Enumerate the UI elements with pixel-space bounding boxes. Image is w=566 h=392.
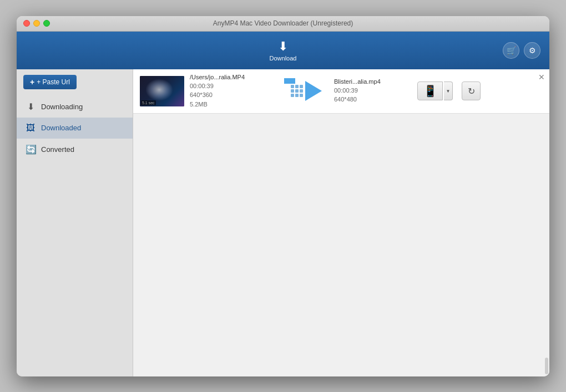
refresh-icon: ↻	[468, 86, 475, 96]
delete-button[interactable]: ✕	[538, 73, 545, 82]
sidebar: + + Paste Url ⬇ Downloading 🖼 Downloaded…	[17, 69, 133, 376]
plus-icon: +	[30, 78, 34, 86]
minimize-button[interactable]	[33, 20, 40, 27]
tablet-icon: 📱	[423, 84, 437, 98]
arrow-head	[305, 81, 322, 101]
settings-icon: ⚙	[529, 46, 536, 55]
device-button[interactable]: 📱	[417, 82, 443, 100]
convert-button[interactable]: ↻	[462, 82, 481, 100]
converted-icon: 🔄	[26, 144, 36, 155]
downloaded-icon: 🖼	[26, 123, 36, 133]
close-button[interactable]	[23, 20, 30, 27]
sidebar-item-downloading[interactable]: ⬇ Downloading	[17, 96, 133, 118]
traffic-lights	[23, 20, 50, 27]
app-window: AnyMP4 Mac Video Downloader (Unregistere…	[17, 16, 549, 376]
output-resolution: 640*480	[334, 96, 357, 103]
source-file-name: /Users/jo...ralia.MP4	[190, 74, 279, 80]
shop-icon: 🛒	[507, 46, 516, 55]
source-file-meta: 00:00:39 640*360 5.2MB	[190, 82, 279, 109]
source-file-info: /Users/jo...ralia.MP4 00:00:39 640*360 5…	[190, 74, 279, 109]
window-title: AnyMP4 Mac Video Downloader (Unregistere…	[213, 19, 353, 27]
sidebar-item-downloaded[interactable]: 🖼 Downloaded	[17, 118, 133, 139]
output-file-meta: 00:00:39 640*480	[334, 86, 412, 104]
sidebar-item-converted[interactable]: 🔄 Converted	[17, 139, 133, 160]
grid-icon	[291, 85, 303, 97]
output-duration: 00:00:39	[334, 87, 358, 94]
paste-url-label: + Paste Url	[37, 78, 70, 86]
table-row: 5.1 sec /Users/jo...ralia.MP4 00:00:39 6…	[133, 69, 549, 114]
source-size: 5.2MB	[190, 101, 208, 108]
arrow-wrapper	[305, 81, 322, 101]
arrow-shaft	[284, 78, 295, 84]
maximize-button[interactable]	[43, 20, 50, 27]
download-icon: ⬇	[278, 39, 288, 54]
settings-button[interactable]: ⚙	[524, 42, 540, 59]
download-label: Download	[270, 55, 297, 62]
output-file-info: Blisteri...alia.mp4 00:00:39 640*480	[334, 78, 412, 104]
content-panel: 5.1 sec /Users/jo...ralia.MP4 00:00:39 6…	[133, 69, 549, 376]
output-file-name: Blisteri...alia.mp4	[334, 78, 412, 85]
toolbar-right-buttons: 🛒 ⚙	[503, 42, 540, 59]
file-thumbnail: 5.1 sec	[140, 76, 184, 106]
thumbnail-label: 5.1 sec	[141, 100, 156, 105]
convert-arrow	[284, 81, 329, 101]
source-resolution: 640*360	[190, 91, 213, 98]
paste-url-button[interactable]: + + Paste Url	[23, 75, 77, 89]
device-dropdown-button[interactable]: ▼	[444, 82, 453, 100]
sidebar-item-downloading-label: Downloading	[41, 103, 83, 111]
download-tab[interactable]: ⬇ Download	[270, 39, 297, 62]
sidebar-item-converted-label: Converted	[41, 145, 74, 154]
shop-button[interactable]: 🛒	[503, 42, 519, 59]
source-duration: 00:00:39	[190, 83, 214, 89]
toolbar: ⬇ Download 🛒 ⚙	[17, 32, 549, 69]
scrollbar[interactable]	[545, 358, 548, 374]
titlebar: AnyMP4 Mac Video Downloader (Unregistere…	[17, 16, 549, 32]
main-content: + + Paste Url ⬇ Downloading 🖼 Downloaded…	[17, 69, 549, 376]
downloading-icon: ⬇	[26, 101, 36, 112]
sidebar-item-downloaded-label: Downloaded	[41, 124, 81, 132]
device-selector: 📱 ▼	[417, 82, 456, 100]
